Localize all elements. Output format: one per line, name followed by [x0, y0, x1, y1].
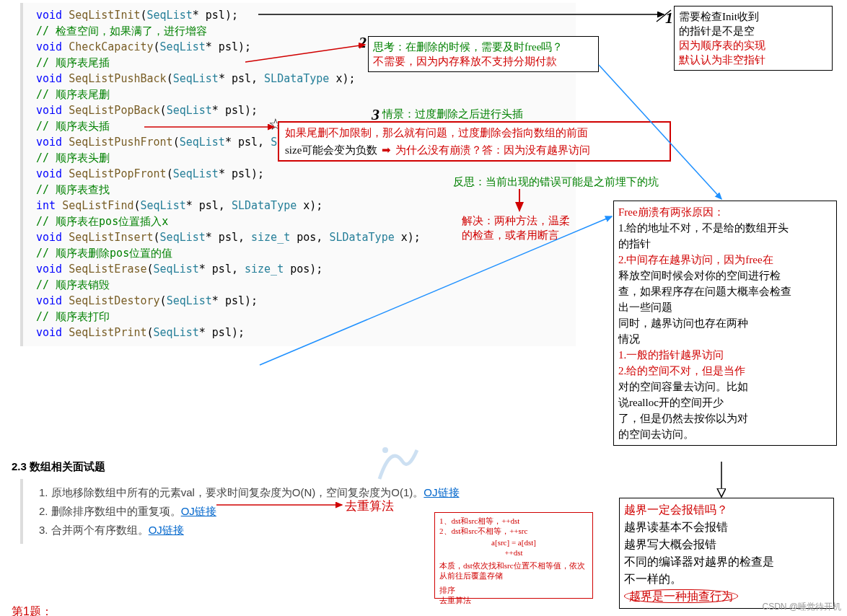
watermark-icon [368, 433, 426, 490]
init-check-note: 需要检查Init收到 的指针是不是空 因为顺序表的实现 默认认为非空指针 [674, 6, 833, 71]
question-1-label: 第1题： [12, 604, 53, 616]
code-line: int SeqListFind(SeqList* psl, SLDataType… [36, 198, 569, 214]
solution-note: 解决：两种方法，温柔 的检查，或者用断言 [462, 214, 570, 242]
oj-link-1[interactable]: OJ链接 [423, 486, 459, 498]
code-line: void SeqListErase(SeqList* psl, size_t p… [36, 261, 569, 277]
free-crash-causes: Free崩溃有两张原因： 1.给的地址不对，不是给的数组开头 的指针 2.中间存… [613, 201, 837, 446]
csdn-watermark: CSDN @睡觉待开机 [762, 601, 841, 613]
arrow-right-icon: ➡ [382, 143, 391, 157]
scenario-note: 情景：过度删除之后进行头插 [382, 107, 523, 121]
think-free-note: 思考：在删除的时候，需要及时free吗？ 不需要，因为内存释放不支持分期付款 [368, 36, 599, 72]
marker-2: 2 [359, 33, 367, 52]
code-line: void SeqListDestory(SeqList* psl); [36, 293, 569, 309]
code-line: void SeqListPrint(SeqList* psl); [36, 325, 569, 340]
marker-1: 1 [665, 9, 673, 27]
oj-link-2[interactable]: OJ链接 [181, 505, 216, 517]
code-comment: // 顺序表尾删 [36, 87, 569, 102]
oj-link-3[interactable]: OJ链接 [149, 524, 184, 536]
code-line: void SeqListInit(SeqList* psl); [36, 7, 569, 23]
algorithm-steps: 1、dst和src相等，++dst 2、dst和src不相等，++src a[s… [434, 512, 593, 599]
code-line: void SeqListPushBack(SeqList* psl, SLDat… [36, 71, 569, 87]
list-item: 1. 原地移除数组中所有的元素val，要求时间复杂度为O(N)，空间复杂度为O(… [39, 483, 590, 502]
dedup-label: 去重算法 [345, 499, 394, 514]
section-heading: 2.3 数组相关面试题 [12, 460, 105, 474]
code-comment: // 顺序表打印 [36, 309, 569, 325]
over-delete-warning: 如果尾删不加限制，那么就有问题，过度删除会指向数组的前面 size可能会变为负数… [278, 121, 671, 162]
code-comment: // 顺序表删除pos位置的值 [36, 245, 569, 261]
oob-behavior-note: 越界一定会报错吗？ 越界读基本不会报错 越界写大概会报错 不同的编译器对越界的检… [619, 498, 834, 609]
svg-point-0 [382, 447, 388, 453]
reflection-note: 反思：当前出现的错误可能是之前埋下的坑 [453, 175, 659, 189]
code-comment: // 顺序表销毁 [36, 277, 569, 293]
